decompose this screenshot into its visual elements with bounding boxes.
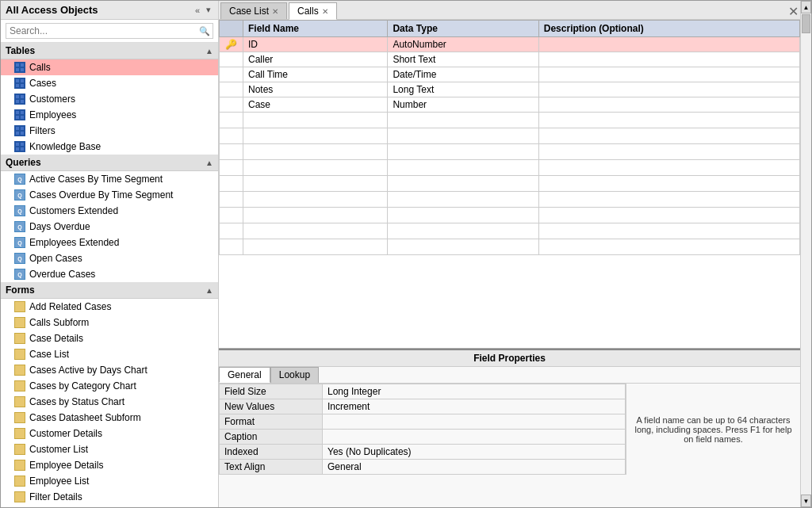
sidebar-item-cases-datasheet[interactable]: Cases Datasheet Subform — [1, 410, 218, 426]
empty-r8-c3 — [388, 223, 538, 239]
data-type-notes[interactable]: Long Text — [388, 82, 538, 97]
sidebar-item-filter-details[interactable]: Filter Details — [1, 489, 218, 505]
design-view: Field Name Data Type Description (Option… — [219, 20, 800, 507]
data-type-case[interactable]: Number — [388, 97, 538, 113]
fp-value-format[interactable] — [323, 414, 626, 430]
sidebar-item-employees[interactable]: Employees — [1, 107, 218, 123]
scroll-down-btn[interactable]: ▼ — [801, 495, 811, 507]
fp-value-text-align[interactable]: General — [323, 460, 626, 475]
tab-calls-close[interactable]: ✕ — [322, 7, 328, 16]
fp-value-caption[interactable] — [323, 430, 626, 445]
empty-row-5 — [220, 176, 800, 192]
tab-calls[interactable]: Calls ✕ — [289, 2, 337, 20]
filters-label: Filters — [29, 125, 56, 136]
empty-r4-c4 — [538, 160, 799, 176]
cases-category-chart-label: Cases by Category Chart — [29, 380, 136, 392]
fp-tab-general[interactable]: General — [219, 367, 270, 383]
description-case[interactable] — [538, 97, 799, 113]
field-table-scroll[interactable]: Field Name Data Type Description (Option… — [219, 20, 800, 349]
sidebar-item-cases-category-chart[interactable]: Cases by Category Chart — [1, 378, 218, 394]
fp-label-new-values: New Values — [220, 399, 323, 414]
sidebar-item-calls[interactable]: Calls — [1, 59, 218, 75]
field-row-case[interactable]: Case Number — [220, 97, 800, 113]
tab-calls-label: Calls — [297, 6, 319, 17]
sidebar-item-cases-overdue[interactable]: Q Cases Overdue By Time Segment — [1, 187, 218, 203]
empty-r6-c4 — [538, 192, 799, 208]
fp-label-format: Format — [220, 414, 323, 430]
data-type-id[interactable]: AutoNumber — [388, 37, 538, 52]
case-details-form-icon — [13, 332, 26, 345]
fp-value-indexed[interactable]: Yes (No Duplicates) — [323, 445, 626, 460]
sidebar-item-employee-details[interactable]: Employee Details — [1, 457, 218, 473]
sidebar-item-open-cases[interactable]: Q Open Cases — [1, 250, 218, 266]
field-row-caller[interactable]: Caller Short Text — [220, 52, 800, 67]
tables-section-header[interactable]: Tables ▲ — [1, 43, 218, 59]
queries-section-header[interactable]: Queries ▲ — [1, 155, 218, 171]
description-calltime[interactable] — [538, 67, 799, 82]
data-type-calltime[interactable]: Date/Time — [388, 67, 538, 82]
sidebar-item-cases-status-chart[interactable]: Cases by Status Chart — [1, 394, 218, 410]
sidebar-options-btn[interactable]: ▾ — [204, 4, 213, 16]
field-name-case[interactable]: Case — [243, 97, 388, 113]
field-name-id[interactable]: ID — [243, 37, 388, 52]
sidebar-item-cases-active-chart[interactable]: Cases Active by Days Chart — [1, 362, 218, 378]
description-caller[interactable] — [538, 52, 799, 67]
scroll-thumb[interactable] — [802, 14, 810, 33]
empty-r6-c3 — [388, 192, 538, 208]
sidebar-item-days-overdue[interactable]: Q Days Overdue — [1, 219, 218, 235]
field-row-id[interactable]: 🔑 ID AutoNumber — [220, 37, 800, 52]
sidebar-item-knowledge-base-details[interactable]: Knowledge Base Details — [1, 505, 218, 507]
sidebar-item-overdue-cases[interactable]: Q Overdue Cases — [1, 266, 218, 282]
data-type-caller[interactable]: Short Text — [388, 52, 538, 67]
calls-label: Calls — [29, 62, 51, 73]
sidebar-item-calls-subform[interactable]: Calls Subform — [1, 315, 218, 330]
sidebar-item-active-cases[interactable]: Q Active Cases By Time Segment — [1, 171, 218, 187]
sidebar-item-knowledge-base[interactable]: Knowledge Base — [1, 139, 218, 155]
forms-section-header[interactable]: Forms ▲ — [1, 282, 218, 299]
empty-r4-c3 — [388, 160, 538, 176]
fp-value-field-size[interactable]: Long Integer — [323, 384, 626, 399]
sidebar-item-customers[interactable]: Customers — [1, 91, 218, 107]
sidebar-item-customers-extended[interactable]: Q Customers Extended — [1, 203, 218, 219]
fp-tab-lookup[interactable]: Lookup — [270, 367, 319, 383]
description-id[interactable] — [538, 37, 799, 52]
sidebar-item-add-related-cases[interactable]: Add Related Cases — [1, 299, 218, 315]
empty-r5-c1 — [220, 176, 243, 192]
sidebar-collapse-btn[interactable]: « — [193, 4, 202, 16]
employee-details-label: Employee Details — [29, 460, 103, 471]
main-wrapper: All Access Objects « ▾ 🔍 Tables ▲ — [1, 1, 811, 507]
sidebar-item-filters[interactable]: Filters — [1, 123, 218, 139]
description-notes[interactable] — [538, 82, 799, 97]
sidebar-item-customer-list[interactable]: Customer List — [1, 441, 218, 457]
empty-r7-c2 — [243, 208, 388, 223]
sidebar-item-employees-extended[interactable]: Q Employees Extended — [1, 235, 218, 250]
field-name-notes[interactable]: Notes — [243, 82, 388, 97]
empty-r1-c3 — [388, 113, 538, 128]
fp-value-new-values[interactable]: Increment — [323, 399, 626, 414]
tab-case-list[interactable]: Case List ✕ — [220, 2, 287, 19]
empty-r4-c1 — [220, 160, 243, 176]
scroll-up-btn[interactable]: ▲ — [801, 1, 811, 13]
cases-active-chart-form-icon — [13, 364, 26, 376]
fp-row-format: Format — [220, 414, 626, 430]
close-window-btn[interactable]: ✕ — [788, 4, 799, 19]
customer-details-label: Customer Details — [29, 428, 102, 439]
sidebar-item-employee-list[interactable]: Employee List — [1, 473, 218, 489]
customers-extended-query-icon: Q — [13, 204, 26, 217]
sidebar-item-cases[interactable]: Cases — [1, 75, 218, 91]
field-row-calltime[interactable]: Call Time Date/Time — [220, 67, 800, 82]
sidebar-item-customer-details[interactable]: Customer Details — [1, 426, 218, 441]
fp-hint-text: A field name can be up to 64 characters … — [626, 384, 800, 475]
field-name-caller[interactable]: Caller — [243, 52, 388, 67]
sidebar-item-case-list[interactable]: Case List — [1, 346, 218, 362]
field-row-notes[interactable]: Notes Long Text — [220, 82, 800, 97]
field-name-calltime[interactable]: Call Time — [243, 67, 388, 82]
cases-label: Cases — [29, 78, 56, 89]
filter-details-label: Filter Details — [29, 491, 82, 502]
tab-case-list-close[interactable]: ✕ — [272, 7, 278, 16]
customer-list-icon — [13, 443, 26, 456]
sidebar-item-case-details[interactable]: Case Details — [1, 330, 218, 346]
row-selector-calltime — [220, 67, 243, 82]
search-input[interactable] — [6, 23, 213, 39]
empty-r2-c3 — [388, 128, 538, 144]
